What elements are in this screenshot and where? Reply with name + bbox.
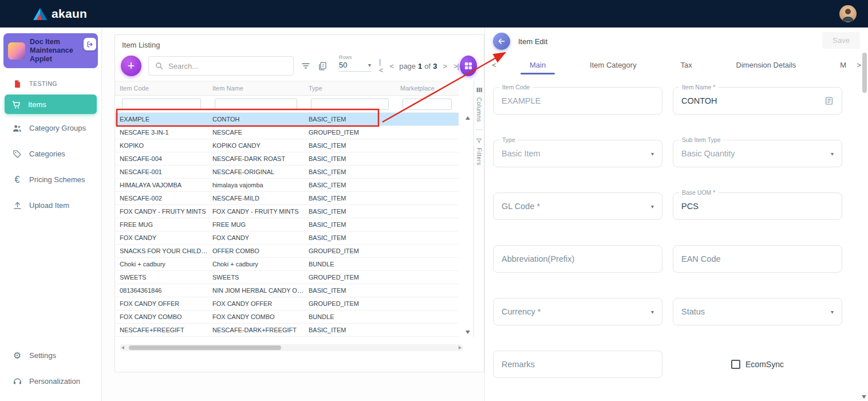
ecomsync-checkbox[interactable]: EcomSync (673, 351, 842, 378)
filter-cell (396, 99, 459, 110)
exit-applet-button[interactable] (84, 38, 96, 50)
table-row[interactable]: SWEETSSWEETSGROUPED_ITEM (115, 271, 459, 284)
horizontal-scroll-thumb[interactable] (129, 345, 281, 350)
cell-item-code: EXAMPLE (115, 116, 208, 123)
search-input[interactable] (168, 62, 287, 70)
scroll-right-arrow[interactable] (459, 346, 461, 349)
filter-list-icon (301, 61, 311, 71)
abbreviation-field[interactable]: Abbreviation(Prefix) (493, 245, 662, 273)
table-row[interactable]: FOX CANDY COMBOFOX CANDY COMBOBUNDLE (115, 310, 459, 324)
filter-list-button[interactable] (301, 61, 311, 71)
filters-icon[interactable] (476, 137, 482, 144)
columns-strip-tab[interactable]: Columns (476, 97, 482, 122)
tabs-scroll-left-chevron[interactable]: < (490, 61, 499, 69)
pages-button[interactable]: 2 (318, 61, 328, 71)
filter-input-type[interactable] (311, 99, 389, 110)
horizontal-scrollbar[interactable] (120, 344, 463, 351)
checkbox-box[interactable] (731, 360, 740, 369)
table-row[interactable]: 081364361846NIN JIOM HERBAL CANDY ORI...… (115, 284, 459, 297)
table-row[interactable]: SNACKS FOR YOUR CHILD !! D...OFFER COMBO… (115, 245, 459, 258)
tab-tax[interactable]: Tax (676, 56, 697, 74)
table-row[interactable]: FOX CANDYFOX CANDYBASIC_ITEM (115, 231, 459, 245)
table-row[interactable]: Choki + cadburyChoki + cadburyBUNDLE (115, 258, 459, 271)
prev-page-button[interactable]: < (389, 62, 395, 70)
cell-type: GROUPED_ITEM (304, 129, 396, 136)
filter-input-item-name[interactable] (215, 99, 297, 110)
user-avatar-button[interactable] (839, 5, 857, 22)
sidebar-item-categories[interactable]: Categories (0, 141, 101, 167)
tab-item-category[interactable]: Item Category (585, 56, 641, 74)
column-header-marketplace[interactable]: Marketplace (396, 85, 459, 92)
last-page-button[interactable]: >| (452, 62, 460, 70)
column-header-type[interactable]: Type (304, 85, 396, 92)
table-row[interactable]: KOPIKOKOPIKO CANDYBASIC_ITEM (115, 139, 459, 152)
cell-type: BASIC_ITEM (304, 234, 396, 241)
remarks-field[interactable]: Remarks (493, 351, 662, 378)
save-button[interactable]: Save (822, 32, 860, 49)
table-row[interactable]: FREE MUGFREE MUGBASIC_ITEM (115, 218, 459, 231)
type-field[interactable]: Type Basic Item ▾ (493, 140, 662, 167)
sidebar-item-personalization[interactable]: Personalization (0, 368, 101, 394)
currency-field[interactable]: Currency * ▾ (493, 298, 662, 325)
table-row[interactable]: NESCAFE-004NESCAFE-DARK ROASTBASIC_ITEM (115, 152, 459, 166)
tab-m[interactable]: M (835, 56, 851, 74)
columns-icon[interactable] (476, 87, 483, 93)
sidebar-item-upload-item[interactable]: Upload Item (0, 192, 101, 218)
sidebar-item-label: Settings (29, 351, 56, 360)
sidebar-item-testing[interactable]: TESTING (0, 74, 101, 93)
sidebar-item-settings[interactable]: ⚙Settings (0, 343, 101, 368)
add-item-button[interactable]: + (121, 56, 141, 76)
first-page-button[interactable]: |< (378, 57, 384, 74)
table-row[interactable]: NESCAFE-002NESCAFE-MILDBASIC_ITEM (115, 192, 459, 205)
item-name-field[interactable]: Item Name * CONTOH (673, 87, 842, 115)
back-button[interactable] (493, 33, 510, 50)
sidebar-item-pricing-schemes[interactable]: €Pricing Schemes (0, 167, 101, 192)
editor-tabs: MainItem CategoryTaxDimension DetailsM (499, 55, 854, 74)
rows-per-page-select[interactable]: Rows 50 ▾ (339, 61, 371, 72)
notes-icon[interactable] (824, 96, 834, 105)
cell-item-name: himalaya vajomba (208, 182, 304, 188)
tab-main[interactable]: Main (525, 56, 550, 74)
table-row[interactable]: EXAMPLECONTOHBASIC_ITEM (115, 113, 459, 126)
item-edit-panel: Item Edit Save < MainItem CategoryTaxDim… (484, 27, 868, 401)
sidebar-item-items[interactable]: Items (5, 95, 97, 114)
table-row[interactable]: NESCAFE-001NESCAFE-ORIGINALBASIC_ITEM (115, 166, 459, 179)
table-scroll-down-arrow[interactable] (465, 331, 470, 334)
current-page: 1 (418, 62, 422, 70)
filter-input-marketplace[interactable] (403, 99, 452, 110)
sidebar-item-category-groups[interactable]: Category Groups (0, 115, 101, 141)
cell-item-code: NESCAFE 3-IN-1 (115, 129, 208, 136)
table-row[interactable]: FOX CANDY - FRUITY MINTSFOX CANDY - FRUI… (115, 205, 459, 218)
item-code-field[interactable]: Item Code EXAMPLE (493, 87, 662, 115)
grid-view-button[interactable] (460, 56, 477, 76)
editor-scrollbar[interactable] (862, 53, 867, 396)
search-box[interactable] (148, 56, 294, 76)
scroll-left-arrow[interactable] (121, 346, 124, 349)
editor-scroll-down-arrow[interactable] (862, 395, 866, 399)
filters-strip-tab[interactable]: Filters (476, 148, 482, 166)
brand-logo[interactable]: akaun (33, 7, 87, 21)
table-row[interactable]: NESCAFE+FREEGIFTNESCAFE-DARK+FREEGIFTBAS… (115, 324, 459, 337)
filter-cell (304, 99, 396, 110)
status-field[interactable]: Status ▾ (673, 298, 842, 325)
base-uom-field[interactable]: Base UOM * PCS (673, 192, 842, 220)
sub-item-type-field[interactable]: Sub Item Type Basic Quantity ▾ (673, 140, 842, 167)
table-scroll-up-arrow[interactable] (465, 116, 470, 120)
filter-input-item-code[interactable] (122, 99, 201, 110)
column-header-item-code[interactable]: Item Code (115, 85, 208, 92)
tab-dimension-details[interactable]: Dimension Details (732, 56, 801, 74)
table-row[interactable]: HIMALAYA VAJOMBAhimalaya vajombaBASIC_IT… (115, 179, 459, 192)
next-page-button[interactable]: > (441, 62, 448, 70)
search-icon (155, 61, 164, 70)
column-header-item-name[interactable]: Item Name (208, 85, 304, 92)
chevron-down-icon: ▾ (651, 203, 654, 210)
cell-item-name: SWEETS (208, 274, 304, 281)
table-row[interactable]: FOX CANDY OFFERFOX CANDY OFFERGROUPED_IT… (115, 297, 459, 310)
cell-type: BASIC_ITEM (304, 182, 396, 188)
gl-code-field[interactable]: GL Code * ▾ (493, 192, 662, 220)
sidebar-nav: TESTINGItemsCategory GroupsCategories€Pr… (0, 74, 101, 218)
cell-item-name: OFFER COMBO (208, 247, 304, 254)
table-row[interactable]: NESCAFE 3-IN-1NESCAFEGROUPED_ITEM (115, 126, 459, 139)
ean-code-field[interactable]: EAN Code (673, 245, 842, 273)
editor-scroll-thumb[interactable] (862, 53, 867, 93)
